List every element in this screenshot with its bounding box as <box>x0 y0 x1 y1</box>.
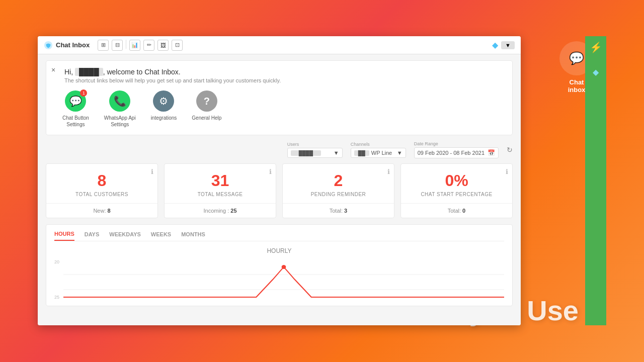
stats-filters: Users ████ ▼ Channels ██ WP Line ▼ Date <box>46 141 513 158</box>
toolbar: ⊞ ⊟ 📊 ✏ 🖼 ⊡ <box>98 40 183 51</box>
date-range-value: 09 Feb 2020 - 08 Feb 2021 <box>418 150 485 156</box>
welcome-links: 💬 1 Chat ButtonSettings 📞 WhatsApp ApiSe… <box>62 90 504 128</box>
whatsapp-api-label: WhatsApp ApiSettings <box>104 115 136 128</box>
tab-days[interactable]: DAYS <box>85 231 100 241</box>
stat-footer-reminder: Total: 3 <box>283 203 394 218</box>
welcome-title: Hi, ████, welcome to Chat Inbox. <box>64 68 504 76</box>
date-range-label: Date Range <box>414 141 499 146</box>
users-filter-label: Users <box>287 142 343 147</box>
incoming-value: 25 <box>230 208 236 214</box>
toggle-text: ▼ <box>505 42 511 48</box>
chat-inbox-right-label: Chat inbox <box>568 78 586 94</box>
info-icon-reminder[interactable]: ℹ <box>387 168 390 175</box>
total-message-value: 31 <box>173 172 268 190</box>
green-panel-diamond: ◆ <box>593 67 599 77</box>
app-logo-icon <box>44 41 53 50</box>
link-integrations[interactable]: ⚙ integrations <box>151 90 177 128</box>
link-general-help[interactable]: ? General Help <box>192 90 221 128</box>
pending-reminder-value: 2 <box>291 172 386 190</box>
stat-card-main-reminder: ℹ 2 PENDING REMINDER <box>283 164 394 203</box>
stat-footer-customers: New: 8 <box>46 203 157 218</box>
stat-card-pending-reminder: ℹ 2 PENDING REMINDER Total: 3 <box>282 163 394 218</box>
help-label: General Help <box>192 115 221 121</box>
whatsapp-api-icon: 📞 <box>109 90 130 112</box>
chat-start-label: CHAT START PERCENTAGE <box>409 192 504 197</box>
info-icon-message[interactable]: ℹ <box>269 168 272 175</box>
users-filter: Users ████ ▼ <box>287 142 343 158</box>
refresh-button[interactable]: ↻ <box>507 146 513 154</box>
tab-hours[interactable]: HOURS <box>54 231 74 241</box>
chart-area: 25 20 <box>54 259 504 300</box>
total-reminder-value: 3 <box>344 208 347 214</box>
total-chat-value: 0 <box>462 208 465 214</box>
app-logo: Chat Inbox <box>44 41 90 50</box>
help-icon: ? <box>196 90 217 112</box>
link-chat-button-settings[interactable]: 💬 1 Chat ButtonSettings <box>62 90 89 128</box>
welcome-subtitle: The shortcut links below will help you g… <box>64 77 504 83</box>
y-label-25: 25 <box>54 295 59 300</box>
stat-card-main-customers: ℹ 8 TOTAL CUSTOMERS <box>46 164 157 203</box>
chart-section: HOURS DAYS WEEKDAYS WEEKS MONTHS HOURLY … <box>46 224 513 306</box>
diamond-icon: ◆ <box>492 40 498 50</box>
chart-svg <box>63 259 504 300</box>
toolbar-btn-2[interactable]: ⊟ <box>112 40 123 51</box>
chart-y-labels: 25 20 <box>54 259 63 300</box>
tab-weekdays[interactable]: WEEKDAYS <box>109 231 141 241</box>
content-area: × Hi, ████, welcome to Chat Inbox. The s… <box>38 54 521 325</box>
toolbar-divider <box>126 40 126 49</box>
toolbar-btn-1[interactable]: ⊞ <box>98 40 109 51</box>
app-title: Chat Inbox <box>56 41 90 49</box>
chat-start-value: 0% <box>409 172 504 190</box>
total-reminder-label: Total: <box>330 208 343 214</box>
channels-filter-label: Channels <box>351 142 406 147</box>
integrations-label: integrations <box>151 115 177 121</box>
title-bar-toggle[interactable]: ▼ <box>501 41 515 49</box>
stat-footer-chat-start: Total: 0 <box>401 203 512 218</box>
toolbar-btn-box[interactable]: ⊡ <box>172 40 183 51</box>
main-window: Chat Inbox ⊞ ⊟ 📊 ✏ 🖼 ⊡ ◆ ▼ × Hi, ████, w… <box>38 36 521 325</box>
welcome-close-button[interactable]: × <box>51 66 55 74</box>
stat-card-chat-start: ℹ 0% CHAT START PERCENTAGE Total: 0 <box>400 163 513 218</box>
total-message-label: TOTAL MESSAGE <box>173 192 268 197</box>
channels-value: WP Line <box>371 150 392 156</box>
total-customers-value: 8 <box>54 172 149 190</box>
integrations-icon: ⚙ <box>153 90 174 112</box>
total-customers-label: TOTAL CUSTOMERS <box>54 192 149 197</box>
y-label-20: 20 <box>54 259 59 264</box>
toolbar-btn-img[interactable]: 🖼 <box>157 40 169 51</box>
welcome-banner: × Hi, ████, welcome to Chat Inbox. The s… <box>46 60 513 135</box>
svg-point-3 <box>282 265 286 269</box>
date-range-filter: Date Range 09 Feb 2020 - 08 Feb 2021 📅 <box>414 141 499 158</box>
info-icon-customers[interactable]: ℹ <box>151 168 153 175</box>
title-bar: Chat Inbox ⊞ ⊟ 📊 ✏ 🖼 ⊡ ◆ ▼ <box>38 36 521 54</box>
stat-card-main-chat-start: ℹ 0% CHAT START PERCENTAGE <box>401 164 512 203</box>
pending-reminder-label: PENDING REMINDER <box>291 192 386 197</box>
channels-filter: Channels ██ WP Line ▼ <box>351 142 406 158</box>
new-label: New: <box>93 208 106 214</box>
stat-card-total-customers: ℹ 8 TOTAL CUSTOMERS New: 8 <box>46 163 158 218</box>
power-icon: ⚡ <box>590 41 602 53</box>
toolbar-btn-edit[interactable]: ✏ <box>143 40 154 51</box>
title-bar-right: ◆ ▼ <box>492 40 515 50</box>
stat-footer-message: Incoming : 25 <box>165 203 276 218</box>
stat-card-total-message: ℹ 31 TOTAL MESSAGE Incoming : 25 <box>164 163 276 218</box>
chat-button-icon: 💬 1 <box>65 90 86 112</box>
tab-weeks[interactable]: WEEKS <box>151 231 171 241</box>
stat-card-main-message: ℹ 31 TOTAL MESSAGE <box>165 164 276 203</box>
total-chat-label: Total: <box>448 208 461 214</box>
chart-title: HOURLY <box>54 247 504 254</box>
toolbar-btn-chart[interactable]: 📊 <box>129 40 140 51</box>
new-value: 8 <box>108 208 111 214</box>
notification-badge: 1 <box>80 89 87 97</box>
info-icon-chat-start[interactable]: ℹ <box>506 168 508 175</box>
tab-months[interactable]: MONTHS <box>181 231 205 241</box>
incoming-label: Incoming : <box>203 208 229 214</box>
stat-cards: ℹ 8 TOTAL CUSTOMERS New: 8 ℹ <box>46 163 513 218</box>
green-panel: ⚡ ◆ <box>585 36 606 325</box>
chat-button-label: Chat ButtonSettings <box>62 115 89 128</box>
link-whatsapp-api[interactable]: 📞 WhatsApp ApiSettings <box>104 90 136 128</box>
stats-section: Users ████ ▼ Channels ██ WP Line ▼ Date <box>38 141 521 224</box>
chart-tabs: HOURS DAYS WEEKDAYS WEEKS MONTHS <box>54 231 504 241</box>
